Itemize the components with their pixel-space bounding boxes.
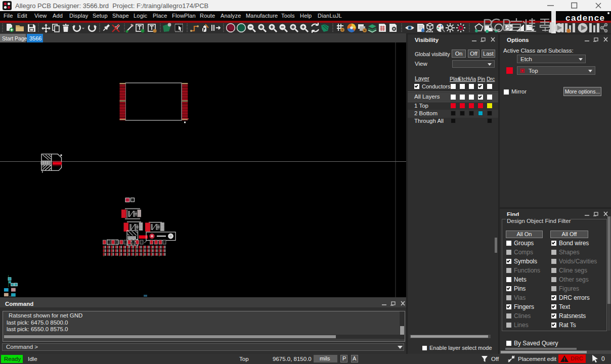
svg-text:cadence: cadence	[565, 13, 605, 23]
